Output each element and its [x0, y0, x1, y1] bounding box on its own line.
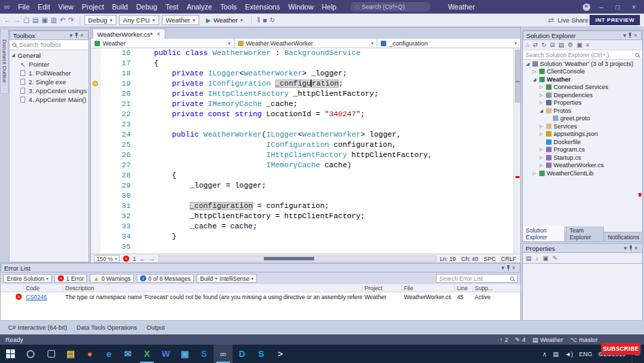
- subscribe-overlay-button[interactable]: SUBSCRIBE: [601, 343, 641, 355]
- skype-icon[interactable]: S: [252, 345, 271, 363]
- error-list-header[interactable]: Error List ▾ ×: [1, 263, 520, 273]
- firefox-icon[interactable]: ●: [80, 345, 99, 363]
- nav-back-icon[interactable]: ←: [3, 16, 12, 24]
- error-code-link[interactable]: CS0246: [24, 294, 63, 300]
- menu-item-debug[interactable]: Debug: [132, 3, 161, 11]
- network-icon[interactable]: ▤: [553, 351, 559, 358]
- menu-item-analyze[interactable]: Analyze: [182, 3, 216, 11]
- messages-filter-button[interactable]: i 0 of 6 Messages: [137, 274, 194, 283]
- error-list-search-input[interactable]: Search Error List: [436, 274, 518, 283]
- settings-icon[interactable]: ≡: [586, 41, 589, 48]
- column-header[interactable]: Supp...: [473, 284, 522, 292]
- source-dropdown[interactable]: Build + IntelliSense ▾: [197, 274, 257, 283]
- dock-tab-data-tools-operations[interactable]: Data Tools Operations: [73, 323, 141, 332]
- pin-icon[interactable]: [506, 265, 511, 271]
- live-share-button[interactable]: ⇄ Live Share ▾: [547, 16, 594, 24]
- toolbox-header[interactable]: Toolbox ▾ ×: [10, 31, 88, 40]
- code-line[interactable]: 29 _logger = logger;: [91, 181, 520, 191]
- lightbulb-icon[interactable]: [92, 81, 98, 86]
- menu-item-file[interactable]: File: [14, 3, 34, 11]
- close-button[interactable]: ×: [629, 3, 639, 11]
- repository-picker[interactable]: ▤ Weather: [532, 336, 563, 343]
- expander-collapsed-icon[interactable]: ▷: [539, 124, 544, 129]
- dock-tab-notifications[interactable]: Notifications: [605, 233, 643, 242]
- code-area[interactable]: 16 public class WeatherWorker : Backgrou…: [91, 48, 520, 254]
- scope-dropdown[interactable]: Entire Solution ▾: [3, 274, 52, 283]
- tree-item[interactable]: ▷Program.cs: [523, 146, 642, 154]
- branch-picker[interactable]: ⌥ master: [570, 336, 598, 343]
- home-icon[interactable]: ⌂: [526, 41, 529, 48]
- stop-icon[interactable]: ■: [261, 16, 268, 24]
- menu-item-tools[interactable]: Tools: [216, 3, 241, 11]
- dock-tab-solution-explorer[interactable]: Solution Explorer: [522, 226, 565, 242]
- scrollbar-thumb[interactable]: [264, 257, 313, 260]
- horizontal-scrollbar[interactable]: [158, 256, 437, 262]
- expander-collapsed-icon[interactable]: ▷: [539, 92, 544, 98]
- expander-collapsed-icon[interactable]: ▷: [539, 147, 544, 152]
- redo-icon[interactable]: ↷: [67, 16, 75, 24]
- vertical-scrollbar[interactable]: [513, 48, 520, 254]
- collapse-all-icon[interactable]: ⊟: [550, 41, 556, 48]
- tree-item[interactable]: ▷Connected Services: [523, 84, 642, 92]
- menu-item-window[interactable]: Window: [284, 3, 318, 11]
- menu-item-build[interactable]: Build: [108, 3, 132, 11]
- tree-item[interactable]: ▷WeatherClientLib: [523, 169, 642, 177]
- restart-icon[interactable]: ↻: [268, 16, 276, 24]
- alphabetical-icon[interactable]: ↓: [536, 255, 539, 262]
- properties-icon[interactable]: ⚙: [568, 41, 573, 48]
- categorized-icon[interactable]: ▤: [526, 255, 532, 262]
- code-line[interactable]: 35: [91, 242, 520, 252]
- errors-filter-button[interactable]: × 1 Error: [54, 274, 87, 283]
- close-icon[interactable]: ×: [511, 264, 517, 271]
- tree-item[interactable]: ◢Solution 'Weather' (3 of 3 projects): [523, 60, 642, 68]
- tree-item[interactable]: Dockerfile: [523, 138, 642, 146]
- expander-expanded-icon[interactable]: ◢: [539, 108, 544, 114]
- toolbox-item[interactable]: 2. Single exe: [10, 77, 88, 86]
- mail-icon[interactable]: ✉: [118, 345, 137, 363]
- chevron-down-icon[interactable]: ▾: [500, 264, 506, 271]
- code-line[interactable]: 34 }: [91, 232, 520, 242]
- minimize-button[interactable]: –: [597, 3, 607, 11]
- expander-collapsed-icon[interactable]: ▷: [539, 155, 544, 160]
- code-line[interactable]: 25 IConfiguration configuration,: [91, 140, 520, 150]
- photos-icon[interactable]: ▣: [175, 345, 194, 363]
- nav-forward-icon[interactable]: →: [12, 16, 22, 24]
- scrollbar-thumb[interactable]: [515, 50, 520, 103]
- tree-item[interactable]: ◢Protos: [523, 107, 642, 115]
- expander-collapsed-icon[interactable]: ▷: [539, 100, 544, 105]
- cortana-button[interactable]: [20, 345, 41, 363]
- pin-icon[interactable]: [74, 33, 79, 39]
- code-line[interactable]: 33 _cache = cache;: [91, 222, 520, 232]
- language-indicator[interactable]: ENG: [579, 351, 592, 358]
- code-line[interactable]: 28 {: [91, 171, 520, 181]
- refresh-icon[interactable]: ↻: [541, 41, 547, 48]
- code-line[interactable]: 20 private IHttpClientFactory _httpClien…: [91, 89, 520, 99]
- open-file-icon[interactable]: ▤: [31, 16, 39, 24]
- column-header[interactable]: Line: [455, 284, 473, 292]
- tree-item[interactable]: ▷Dependencies: [523, 91, 642, 99]
- expander-collapsed-icon[interactable]: ▷: [539, 84, 544, 90]
- save-icon[interactable]: ▣: [40, 16, 49, 24]
- code-line[interactable]: 27 IMemoryCache cache): [91, 160, 520, 171]
- close-icon[interactable]: ×: [79, 32, 85, 39]
- menu-item-help[interactable]: Help: [318, 3, 341, 11]
- code-line[interactable]: 16 public class WeatherWorker : Backgrou…: [91, 48, 520, 58]
- code-line[interactable]: 24 public WeatherWorker(ILogger<WeatherW…: [91, 130, 520, 140]
- edit-icon[interactable]: ✎: [553, 255, 558, 262]
- menu-item-view[interactable]: View: [54, 3, 78, 11]
- new-file-icon[interactable]: ▢: [22, 16, 31, 24]
- user-avatar[interactable]: [583, 3, 590, 11]
- file-explorer-icon[interactable]: ▤: [61, 345, 80, 363]
- properties-header[interactable]: Properties ▾ ×: [522, 243, 643, 253]
- toolbox-search-input[interactable]: Search Toolbox: [10, 40, 88, 50]
- document-outline-tab[interactable]: Document Outline: [0, 29, 9, 94]
- close-icon[interactable]: ×: [633, 245, 639, 252]
- toolbox-item[interactable]: 4. AppCenter Main(): [10, 95, 88, 104]
- configuration-dropdown[interactable]: Debug▾: [84, 15, 117, 25]
- show-all-files-icon[interactable]: ▤: [558, 41, 564, 48]
- start-debugging-button[interactable]: ▶ Weather ▾: [202, 15, 247, 25]
- code-line[interactable]: 32 _httpClientFactory = httpClientFactor…: [91, 211, 520, 222]
- nav-member-dropdown[interactable]: _configuration ▾: [377, 39, 520, 48]
- store-icon[interactable]: S: [194, 345, 214, 363]
- code-line[interactable]: 36 protected override async Task Execute…: [91, 252, 520, 254]
